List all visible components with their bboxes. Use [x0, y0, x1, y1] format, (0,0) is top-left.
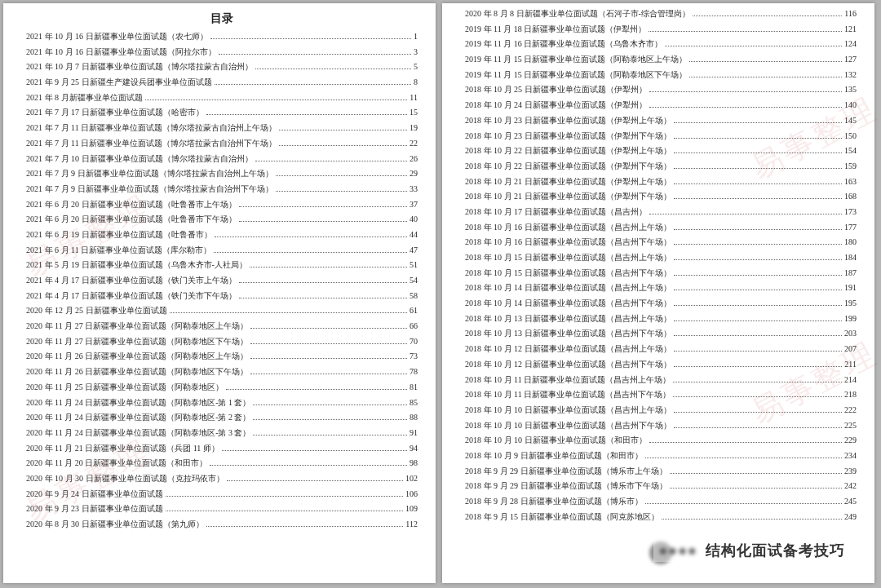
- toc-entry[interactable]: 2021 年 6 月 11 日新疆事业单位面试题（库尔勒市）47: [26, 246, 418, 254]
- toc-leader-dots: [674, 138, 843, 139]
- toc-entry-page: 47: [410, 246, 418, 254]
- toc-entry[interactable]: 2021 年 4 月 17 日新疆事业单位面试题（铁门关市上午场）54: [26, 276, 418, 285]
- toc-entry[interactable]: 2021 年 7 月 11 日新疆事业单位面试题（博尔塔拉蒙古自治州下午场）22: [26, 139, 418, 148]
- toc-entry[interactable]: 2018 年 10 月 12 日新疆事业单位面试题（昌吉州下午场）211: [465, 360, 857, 369]
- toc-leader-dots: [239, 282, 408, 283]
- toc-entry[interactable]: 2018 年 10 月 22 日新疆事业单位面试题（伊犁州下午场）159: [465, 162, 857, 170]
- toc-leader-dots: [250, 343, 407, 344]
- toc-entry-page: 98: [410, 459, 418, 467]
- toc-entry[interactable]: 2020 年 11 月 24 日新疆事业单位面试题（阿勒泰地区-第 2 套）88: [26, 413, 418, 422]
- toc-entry-label: 2020 年 12 月 25 日新疆事业单位面试题: [26, 307, 167, 315]
- toc-entry[interactable]: 2018 年 10 月 25 日新疆事业单位面试题（伊犁州）135: [465, 86, 857, 94]
- toc-entry[interactable]: 2018 年 9 月 28 日新疆事业单位面试题（博乐市）245: [465, 497, 857, 506]
- toc-entry[interactable]: 2021 年 6 月 19 日新疆事业单位面试题（吐鲁番市）44: [26, 231, 418, 239]
- toc-entry[interactable]: 2019 年 11 月 15 日新疆事业单位面试题（阿勒泰地区上午场）127: [465, 55, 857, 64]
- toc-entry[interactable]: 2020 年 11 月 27 日新疆事业单位面试题（阿勒泰地区上午场）66: [26, 322, 418, 330]
- toc-entry[interactable]: 2019 年 11 月 16 日新疆事业单位面试题（乌鲁木齐市）124: [465, 40, 857, 48]
- toc-leader-dots: [674, 198, 843, 199]
- toc-entry[interactable]: 2021 年 5 月 19 日新疆事业单位面试题（乌鲁木齐市-人社局）51: [26, 261, 418, 269]
- toc-entry[interactable]: 2021 年 10 月 16 日新疆事业单位面试题（阿拉尔市）3: [26, 48, 418, 56]
- toc-entry[interactable]: 2018 年 10 月 11 日新疆事业单位面试题（昌吉州上午场）214: [465, 376, 857, 384]
- toc-entry[interactable]: 2018 年 10 月 15 日新疆事业单位面试题（昌吉州上午场）184: [465, 254, 857, 262]
- toc-entry-page: 203: [844, 329, 857, 338]
- toc-entry-label: 2021 年 6 月 11 日新疆事业单位面试题（库尔勒市）: [26, 246, 211, 254]
- toc-entry[interactable]: 2021 年 7 月 11 日新疆事业单位面试题（博尔塔拉蒙古自治州上午场）19: [26, 124, 418, 132]
- toc-entry[interactable]: 2020 年 11 月 25 日新疆事业单位面试题（阿勒泰地区）81: [26, 383, 418, 391]
- toc-entry[interactable]: 2021 年 10 月 16 日新疆事业单位面试题（农七师）1: [26, 33, 418, 41]
- toc-entry[interactable]: 2018 年 10 月 10 日新疆事业单位面试题（和田市）229: [465, 436, 857, 444]
- toc-entry[interactable]: 2019 年 11 月 15 日新疆事业单位面试题（阿勒泰地区下午场）132: [465, 71, 857, 79]
- toc-entry[interactable]: 2018 年 10 月 12 日新疆事业单位面试题（昌吉州上午场）207: [465, 345, 857, 353]
- toc-entry-page: 66: [410, 322, 418, 330]
- toc-leader-dots: [222, 450, 407, 451]
- toc-entry[interactable]: 2018 年 10 月 14 日新疆事业单位面试题（昌吉州上午场）191: [465, 284, 857, 292]
- toc-entry[interactable]: 2018 年 9 月 15 日新疆事业单位面试题（阿克苏地区）249: [465, 513, 857, 521]
- toc-entry[interactable]: 2021 年 7 月 17 日新疆事业单位面试题（哈密市）15: [26, 108, 418, 117]
- toc-entry[interactable]: 2018 年 10 月 10 日新疆事业单位面试题（昌吉州上午场）222: [465, 406, 857, 414]
- toc-entry[interactable]: 2018 年 10 月 16 日新疆事业单位面试题（昌吉州上午场）177: [465, 223, 857, 232]
- toc-entry-label: 2019 年 11 月 15 日新疆事业单位面试题（阿勒泰地区上午场）: [465, 55, 687, 64]
- toc-leader-dots: [210, 38, 412, 39]
- toc-entry[interactable]: 2021 年 7 月 10 日新疆事业单位面试题（博尔塔拉蒙古自治州）26: [26, 155, 418, 163]
- toc-entry[interactable]: 2021 年 9 月 25 日新疆生产建设兵团事业单位面试题8: [26, 78, 418, 86]
- toc-entry[interactable]: 2021 年 7 月 9 日新疆事业单位面试题（博尔塔拉蒙古自治州上午场）29: [26, 170, 418, 178]
- toc-entry[interactable]: 2020 年 9 月 23 日新疆事业单位面试题109: [26, 505, 418, 513]
- toc-entry[interactable]: 2021 年 6 月 20 日新疆事业单位面试题（吐鲁番市上午场）37: [26, 201, 418, 209]
- toc-entry[interactable]: 2018 年 10 月 11 日新疆事业单位面试题（昌吉州下午场）218: [465, 391, 857, 399]
- toc-entry[interactable]: 2021 年 8 月新疆事业单位面试题11: [26, 94, 418, 102]
- toc-leader-dots: [674, 351, 843, 351]
- toc-entry[interactable]: 2020 年 11 月 24 日新疆事业单位面试题（阿勒泰地区-第 3 套）91: [26, 429, 418, 437]
- toc-entry[interactable]: 2018 年 10 月 21 日新疆事业单位面试题（伊犁州下午场）168: [465, 192, 857, 201]
- toc-entry[interactable]: 2020 年 10 月 30 日新疆事业单位面试题（克拉玛依市）102: [26, 475, 418, 483]
- toc-entry[interactable]: 2018 年 10 月 13 日新疆事业单位面试题（昌吉州下午场）203: [465, 329, 857, 338]
- toc-leader-dots: [250, 267, 407, 267]
- toc-entry[interactable]: 2018 年 10 月 16 日新疆事业单位面试题（昌吉州下午场）180: [465, 238, 857, 246]
- toc-entry-label: 2020 年 11 月 24 日新疆事业单位面试题（阿勒泰地区-第 2 套）: [26, 413, 250, 422]
- toc-entry[interactable]: 2018 年 10 月 17 日新疆事业单位面试题（昌吉州）173: [465, 208, 857, 216]
- toc-entry[interactable]: 2018 年 9 月 29 日新疆事业单位面试题（博乐市上午场）239: [465, 467, 857, 475]
- toc-entry[interactable]: 2018 年 10 月 10 日新疆事业单位面试题（昌吉州下午场）225: [465, 422, 857, 430]
- toc-entry[interactable]: 2020 年 11 月 24 日新疆事业单位面试题（阿勒泰地区-第 1 套）85: [26, 399, 418, 407]
- toc-entry-label: 2021 年 10 月 16 日新疆事业单位面试题（阿拉尔市）: [26, 48, 216, 56]
- toc-entry-label: 2020 年 11 月 26 日新疆事业单位面试题（阿勒泰地区上午场）: [26, 352, 248, 360]
- toc-entry[interactable]: 2018 年 10 月 23 日新疆事业单位面试题（伊犁州上午场）145: [465, 117, 857, 125]
- toc-entry[interactable]: 2021 年 7 月 9 日新疆事业单位面试题（博尔塔拉蒙古自治州下午场）33: [26, 185, 418, 193]
- toc-entry[interactable]: 2018 年 9 月 29 日新疆事业单位面试题（博乐市下午场）242: [465, 482, 857, 490]
- toc-entry-label: 2018 年 10 月 23 日新疆事业单位面试题（伊犁州上午场）: [465, 117, 671, 125]
- toc-leader-dots: [649, 31, 842, 32]
- toc-entry[interactable]: 2018 年 10 月 24 日新疆事业单位面试题（伊犁州）140: [465, 101, 857, 109]
- toc-entry-label: 2021 年 7 月 11 日新疆事业单位面试题（博尔塔拉蒙古自治州上午场）: [26, 124, 277, 132]
- toc-entry-label: 2018 年 10 月 13 日新疆事业单位面试题（昌吉州上午场）: [465, 315, 671, 323]
- toc-entry[interactable]: 2020 年 11 月 21 日新疆事业单位面试题（兵团 11 师）94: [26, 444, 418, 453]
- toc-entry[interactable]: 2020 年 11 月 26 日新疆事业单位面试题（阿勒泰地区下午场）78: [26, 368, 418, 376]
- toc-entry[interactable]: 2020 年 11 月 20 日新疆事业单位面试题（和田市）98: [26, 459, 418, 467]
- toc-entry[interactable]: 2020 年 8 月 30 日新疆事业单位面试题（第九师）112: [26, 520, 418, 528]
- toc-entry[interactable]: 2020 年 8 月 8 日新疆事业单位面试题（石河子市-综合管理岗）116: [465, 10, 857, 18]
- toc-leader-dots: [693, 15, 843, 16]
- toc-entry[interactable]: 2018 年 10 月 9 日新疆事业单位面试题（和田市）234: [465, 452, 857, 460]
- toc-entry-page: 85: [410, 399, 418, 407]
- toc-entry[interactable]: 2018 年 10 月 23 日新疆事业单位面试题（伊犁州下午场）150: [465, 132, 857, 140]
- toc-leader-dots: [166, 496, 404, 497]
- toc-entry[interactable]: 2021 年 10 月 7 日新疆事业单位面试题（博尔塔拉蒙古自治州）5: [26, 63, 418, 71]
- toc-entry[interactable]: 2021 年 4 月 17 日新疆事业单位面试题（铁门关市下午场）58: [26, 292, 418, 300]
- toc-entry-page: 180: [844, 238, 857, 246]
- toc-entry[interactable]: 2020 年 12 月 25 日新疆事业单位面试题61: [26, 307, 418, 315]
- toc-entry-page: 58: [410, 292, 418, 300]
- toc-entry-label: 2018 年 10 月 25 日新疆事业单位面试题（伊犁州）: [465, 86, 647, 94]
- toc-entry[interactable]: 2018 年 10 月 14 日新疆事业单位面试题（昌吉州下午场）195: [465, 299, 857, 307]
- toc-entry[interactable]: 2020 年 11 月 26 日新疆事业单位面试题（阿勒泰地区上午场）73: [26, 352, 418, 360]
- toc-entry[interactable]: 2018 年 10 月 22 日新疆事业单位面试题（伊犁州上午场）154: [465, 147, 857, 155]
- toc-entry-label: 2018 年 10 月 10 日新疆事业单位面试题（昌吉州下午场）: [465, 422, 671, 430]
- toc-entry[interactable]: 2021 年 6 月 20 日新疆事业单位面试题（吐鲁番市下午场）40: [26, 215, 418, 223]
- toc-entry[interactable]: 2020 年 9 月 24 日新疆事业单位面试题106: [26, 490, 418, 498]
- toc-entry-page: 242: [844, 482, 857, 490]
- toc-entry-page: 73: [410, 352, 418, 360]
- toc-entry-label: 2018 年 10 月 10 日新疆事业单位面试题（和田市）: [465, 436, 647, 444]
- toc-entry[interactable]: 2019 年 11 月 18 日新疆事业单位面试题（伊犁州）121: [465, 25, 857, 33]
- toc-entry-page: 112: [405, 520, 418, 528]
- toc-entry[interactable]: 2018 年 10 月 21 日新疆事业单位面试题（伊犁州上午场）163: [465, 178, 857, 186]
- toc-entry[interactable]: 2018 年 10 月 13 日新疆事业单位面试题（昌吉州上午场）199: [465, 315, 857, 323]
- toc-entry[interactable]: 2018 年 10 月 15 日新疆事业单位面试题（昌吉州下午场）187: [465, 269, 857, 277]
- toc-entry[interactable]: 2020 年 11 月 27 日新疆事业单位面试题（阿勒泰地区下午场）70: [26, 338, 418, 346]
